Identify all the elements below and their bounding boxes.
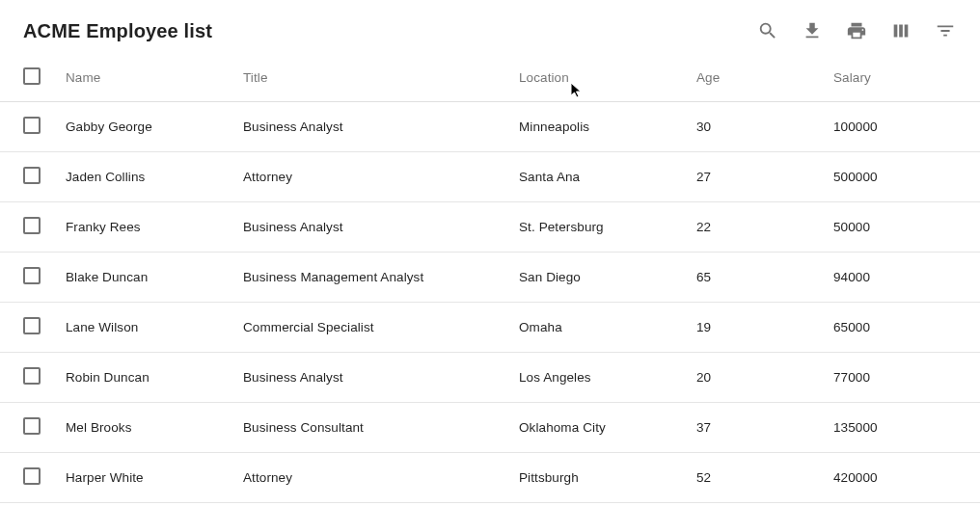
row-select-cell[interactable] (0, 403, 54, 453)
cell-title: Commercial Specialist (231, 303, 507, 353)
header-select-all[interactable] (0, 54, 54, 102)
checkbox-icon[interactable] (23, 117, 41, 134)
print-icon[interactable] (845, 19, 868, 42)
cell-salary: 500000 (822, 152, 980, 202)
table-row[interactable]: Jaden CollinsAttorneySanta Ana27500000 (0, 152, 980, 202)
search-icon[interactable] (756, 19, 779, 42)
checkbox-icon[interactable] (23, 267, 41, 284)
cell-salary: 50000 (822, 202, 980, 253)
row-select-cell[interactable] (0, 152, 54, 202)
cell-location: Santa Ana (507, 152, 685, 202)
cell-age: 22 (685, 202, 822, 253)
table-row[interactable]: Lane WilsonCommercial SpecialistOmaha196… (0, 303, 980, 353)
table-header-row: Name Title Location Age Salary (0, 54, 980, 102)
cell-age: 52 (685, 453, 822, 503)
row-select-cell[interactable] (0, 303, 54, 353)
row-select-cell[interactable] (0, 253, 54, 303)
cell-name: Franky Rees (54, 202, 231, 253)
table-row[interactable]: Blake DuncanBusiness Management AnalystS… (0, 253, 980, 303)
cell-location: St. Petersburg (507, 202, 685, 253)
cell-salary: 100000 (822, 102, 980, 152)
table-row[interactable]: Mel BrooksBusiness ConsultantOklahoma Ci… (0, 403, 980, 453)
cell-age: 19 (685, 303, 822, 353)
cell-salary: 420000 (822, 453, 980, 503)
cell-title: Business Consultant (231, 403, 507, 453)
table-row[interactable]: Franky ReesBusiness AnalystSt. Petersbur… (0, 202, 980, 253)
cell-age: 30 (685, 102, 822, 152)
header-title[interactable]: Title (231, 54, 507, 102)
row-select-cell[interactable] (0, 202, 54, 253)
toolbar-actions (756, 19, 957, 42)
cell-salary: 135000 (822, 403, 980, 453)
cell-age: 65 (685, 253, 822, 303)
employee-table: Name Title Location Age Salary Gabby Geo… (0, 54, 980, 503)
table-toolbar: ACME Employee list (0, 0, 980, 54)
cell-title: Attorney (231, 152, 507, 202)
cell-location: Oklahoma City (507, 403, 685, 453)
checkbox-icon[interactable] (23, 167, 41, 184)
checkbox-icon[interactable] (23, 217, 41, 234)
view-columns-icon[interactable] (889, 19, 912, 42)
cell-name: Jaden Collins (54, 152, 231, 202)
cell-location: Pittsburgh (507, 453, 685, 503)
cell-salary: 65000 (822, 303, 980, 353)
table-row[interactable]: Robin DuncanBusiness AnalystLos Angeles2… (0, 353, 980, 403)
cell-title: Business Analyst (231, 202, 507, 253)
row-select-cell[interactable] (0, 102, 54, 152)
row-select-cell[interactable] (0, 353, 54, 403)
cell-age: 20 (685, 353, 822, 403)
cell-title: Business Analyst (231, 102, 507, 152)
data-table-container: ACME Employee list (0, 0, 980, 506)
cell-location: San Diego (507, 253, 685, 303)
header-name[interactable]: Name (54, 54, 231, 102)
cell-salary: 77000 (822, 353, 980, 403)
checkbox-icon[interactable] (23, 417, 41, 435)
checkbox-icon[interactable] (23, 467, 41, 485)
download-icon[interactable] (801, 19, 824, 42)
cell-age: 37 (685, 403, 822, 453)
cell-location: Los Angeles (507, 353, 685, 403)
cell-location: Minneapolis (507, 102, 685, 152)
cell-age: 27 (685, 152, 822, 202)
table-row[interactable]: Gabby GeorgeBusiness AnalystMinneapolis3… (0, 102, 980, 152)
cell-name: Blake Duncan (54, 253, 231, 303)
checkbox-icon[interactable] (23, 367, 41, 385)
header-location[interactable]: Location (507, 54, 685, 102)
cell-name: Lane Wilson (54, 303, 231, 353)
cell-location: Omaha (507, 303, 685, 353)
checkbox-icon[interactable] (23, 317, 41, 334)
cell-title: Attorney (231, 453, 507, 503)
cell-name: Mel Brooks (54, 403, 231, 453)
table-title: ACME Employee list (23, 20, 756, 42)
cell-title: Business Management Analyst (231, 253, 507, 303)
cell-name: Gabby George (54, 102, 231, 152)
header-age[interactable]: Age (685, 54, 822, 102)
cell-name: Harper White (54, 453, 231, 503)
header-salary[interactable]: Salary (822, 54, 980, 102)
cell-title: Business Analyst (231, 353, 507, 403)
cell-salary: 94000 (822, 253, 980, 303)
cell-name: Robin Duncan (54, 353, 231, 403)
row-select-cell[interactable] (0, 453, 54, 503)
checkbox-icon[interactable] (23, 67, 41, 85)
filter-icon[interactable] (934, 19, 957, 42)
table-row[interactable]: Harper WhiteAttorneyPittsburgh52420000 (0, 453, 980, 503)
